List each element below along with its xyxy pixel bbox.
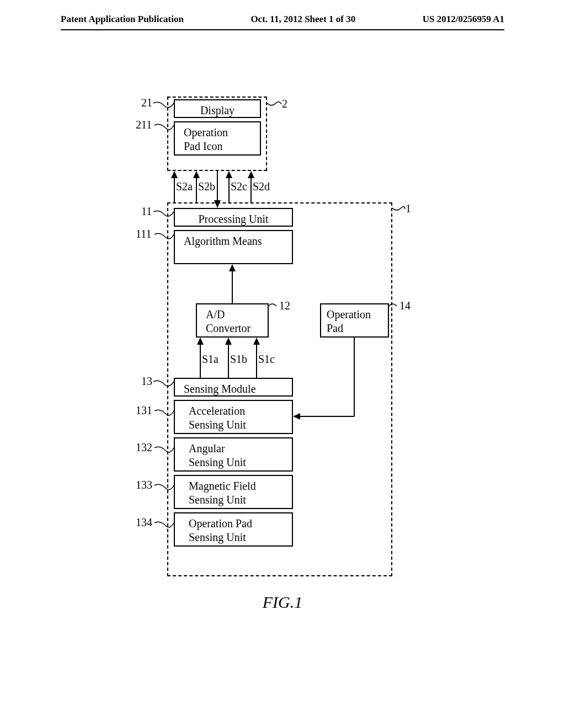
sig-s2c: S2c (231, 180, 247, 193)
sig-s2a: S2a (176, 180, 193, 193)
adc-box: A/D Convertor (196, 303, 269, 338)
ref-111: 111 (136, 228, 152, 240)
magnetic-sensing-unit-box: Magnetic Field Sensing Unit (174, 475, 293, 509)
ref-21: 21 (141, 97, 152, 109)
display-box: Display (174, 99, 261, 118)
ref-12: 12 (279, 299, 290, 312)
ref-13: 13 (141, 375, 152, 388)
header-center: Oct. 11, 2012 Sheet 1 of 30 (250, 14, 355, 25)
sig-s2d: S2d (253, 180, 270, 193)
ref-14: 14 (399, 299, 411, 312)
diagram: Display Operation Pad Icon Processing Un… (0, 30, 565, 692)
svg-marker-7 (248, 171, 254, 178)
accel-sensing-unit-box: Acceleration Sensing Unit (174, 400, 293, 434)
sig-s1b: S1b (230, 353, 247, 366)
op-pad-icon-box: Operation Pad Icon (174, 121, 261, 156)
operation-pad-box: Operation Pad (320, 303, 389, 338)
ref-2: 2 (282, 98, 287, 110)
svg-marker-3 (193, 171, 200, 178)
figure-caption: FIG.1 (263, 593, 302, 612)
sig-s2b: S2b (198, 180, 215, 193)
angular-sensing-unit-box: Angular Sensing Unit (174, 437, 293, 472)
ref-211: 211 (136, 119, 152, 131)
processing-unit-box: Processing Unit (174, 208, 293, 227)
sig-s1a: S1a (202, 353, 218, 366)
svg-marker-5 (226, 171, 232, 178)
sensing-module-box: Sensing Module (174, 378, 293, 397)
ref-133: 133 (136, 479, 152, 491)
algorithm-means-box: Algorithm Means (174, 230, 293, 264)
ref-11: 11 (141, 205, 152, 218)
op-pad-sensing-unit-box: Operation Pad Sensing Unit (174, 512, 293, 547)
ref-132: 132 (136, 441, 152, 454)
header-left: Patent Application Publication (61, 14, 184, 25)
ref-131: 131 (136, 404, 152, 417)
ref-134: 134 (136, 516, 152, 529)
svg-marker-1 (171, 171, 178, 178)
sig-s1c: S1c (258, 353, 275, 366)
header-right: US 2012/0256959 A1 (423, 14, 504, 25)
ref-1: 1 (406, 202, 411, 215)
